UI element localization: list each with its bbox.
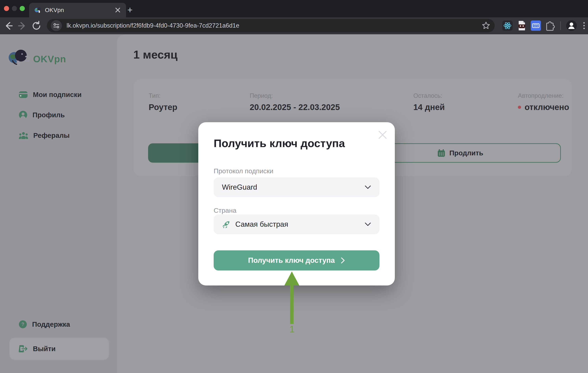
new-tab-button[interactable]: + xyxy=(125,5,135,15)
browser-tab-strip: OKVpn + xyxy=(0,0,588,17)
window-minimize-button[interactable] xyxy=(12,6,17,11)
url-bar[interactable]: lk.okvpn.io/subscription/f2f6fdb9-4fd0-4… xyxy=(47,19,495,32)
country-select[interactable]: Самая быстрая xyxy=(214,215,379,234)
chevron-right-icon xyxy=(341,257,345,264)
country-selected-value: Самая быстрая xyxy=(235,220,360,229)
protocol-select[interactable]: WireGuard xyxy=(214,177,379,197)
wallet-icon xyxy=(19,91,28,99)
field-label: Автопродление: xyxy=(518,92,569,99)
keyboard-extension-icon[interactable] xyxy=(530,20,541,31)
forward-button[interactable] xyxy=(17,21,28,31)
field-period: Период: 20.02.2025 - 22.03.2025 xyxy=(250,92,340,112)
profile-icon xyxy=(19,110,27,119)
okvpn-logo[interactable]: OKVpn xyxy=(7,48,66,70)
sidebar-item-profile[interactable]: Профиль xyxy=(19,108,65,122)
protocol-label: Протокол подписки xyxy=(214,167,273,175)
annotation-step-number: 1 xyxy=(285,324,299,335)
field-label: Период: xyxy=(250,92,340,99)
sidebar-item-label: Мои подписки xyxy=(33,91,82,99)
protocol-selected-value: WireGuard xyxy=(222,183,360,191)
profile-avatar-icon[interactable] xyxy=(566,20,577,31)
field-autorenew: Автопродление: отключено xyxy=(518,92,569,112)
sidebar-item-support[interactable]: ? Поддержка xyxy=(19,317,70,331)
chevron-down-icon xyxy=(365,222,371,227)
country-label: Страна xyxy=(214,207,237,214)
screenshot-root: OKVpn + lk.okvpn.io/subscription/f2f6fdb… xyxy=(0,0,588,373)
react-devtools-extension-icon[interactable] xyxy=(502,20,513,31)
submit-button-label: Получить ключ доступа xyxy=(248,256,335,264)
status-dot-icon xyxy=(518,106,521,109)
calendar-icon xyxy=(438,149,445,157)
get-access-key-submit-button[interactable]: Получить ключ доступа xyxy=(214,250,379,271)
field-label: Тип: xyxy=(149,92,178,99)
sidebar-item-label: Профиль xyxy=(32,111,65,119)
field-label: Осталось: xyxy=(413,92,445,99)
field-value-wrap: отключено xyxy=(518,102,569,112)
extensions-puzzle-icon[interactable] xyxy=(545,20,556,31)
sidebar-item-subscriptions[interactable]: Мои подписки xyxy=(19,88,82,102)
url-text[interactable]: lk.okvpn.io/subscription/f2f6fdb9-4fd0-4… xyxy=(67,22,477,29)
rocket-icon xyxy=(222,220,231,229)
window-close-button[interactable] xyxy=(4,6,9,11)
sidebar-item-label: Рефералы xyxy=(33,132,70,139)
bookmark-star-icon[interactable] xyxy=(481,21,491,30)
page-title: 1 месяц xyxy=(133,48,178,61)
referrals-icon xyxy=(19,132,28,139)
extend-button-label: Продлить xyxy=(449,149,483,157)
okvpn-favicon-icon xyxy=(34,7,41,14)
field-value: 20.02.2025 - 22.03.2025 xyxy=(250,102,340,112)
field-value: отключено xyxy=(525,102,569,112)
svg-text:?: ? xyxy=(21,321,24,327)
window-zoom-button[interactable] xyxy=(20,6,25,11)
modal-title: Получить ключ доступа xyxy=(214,137,345,150)
annotation-arrow-icon xyxy=(280,268,307,327)
sidebar-item-referrals[interactable]: Рефералы xyxy=(19,128,70,143)
reload-button[interactable] xyxy=(31,21,42,31)
sidebar-item-label: Поддержка xyxy=(32,320,70,328)
sidebar-item-logout-content[interactable]: Выйти xyxy=(19,342,55,356)
field-value: 14 дней xyxy=(413,102,445,112)
tab-close-icon[interactable] xyxy=(115,7,121,13)
field-type: Тип: Роутер xyxy=(149,92,178,112)
modal-close-icon[interactable] xyxy=(377,129,388,140)
browser-menu-icon[interactable] xyxy=(578,20,588,31)
okvpn-logo-icon xyxy=(7,48,30,70)
back-button[interactable] xyxy=(3,21,14,31)
okvpn-logo-text: OKVpn xyxy=(33,54,66,65)
json-viewer-extension-icon[interactable] xyxy=(516,20,527,31)
get-access-key-modal: Получить ключ доступа Протокол подписки … xyxy=(198,122,395,285)
logout-icon xyxy=(19,345,28,353)
browser-tab[interactable]: OKVpn xyxy=(29,3,126,17)
site-settings-icon[interactable] xyxy=(51,20,62,31)
chevron-down-icon xyxy=(365,185,371,189)
help-icon: ? xyxy=(19,320,27,329)
tab-title: OKVpn xyxy=(45,7,111,13)
sidebar-item-label: Выйти xyxy=(33,345,55,353)
field-remaining: Осталось: 14 дней xyxy=(413,92,445,112)
toolbar-separator xyxy=(560,21,561,30)
field-value: Роутер xyxy=(149,102,178,112)
